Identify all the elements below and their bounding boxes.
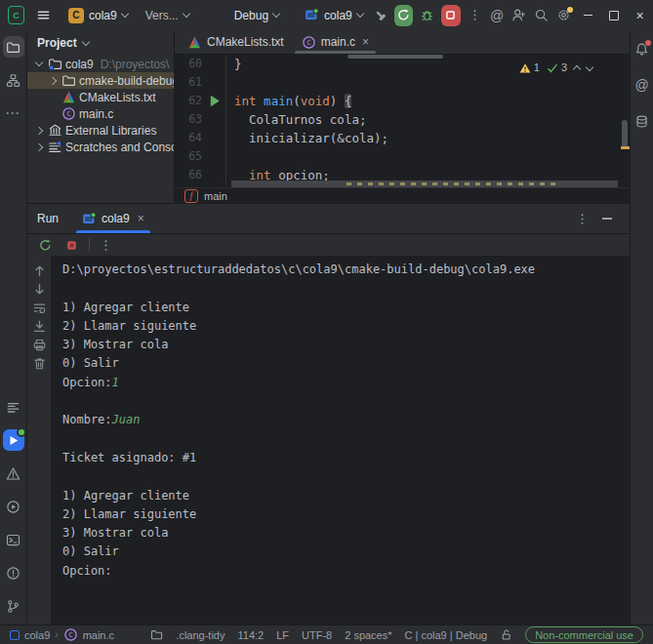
warning-count: 1	[534, 59, 540, 77]
run-tab-cola9[interactable]: cola9 ×	[76, 204, 150, 233]
statusbar-item[interactable]: 2 spaces*	[345, 629, 391, 641]
prev-problem-icon[interactable]	[573, 65, 581, 73]
tree-item-main-c[interactable]: Cmain.c	[27, 105, 174, 122]
tab-main-c[interactable]: C main.c ×	[293, 30, 378, 54]
project-panel-header[interactable]: Project	[27, 30, 174, 56]
run-line-icon[interactable]	[202, 92, 225, 110]
print-button[interactable]	[31, 338, 47, 351]
soft-wrap-button[interactable]	[31, 301, 47, 314]
tree-item-cmake-build-debug[interactable]: cmake-build-debug	[27, 72, 174, 89]
c-file-icon: C	[63, 627, 78, 642]
console-more-button[interactable]	[99, 234, 112, 256]
run-panel-options-button[interactable]	[569, 208, 594, 229]
tree-item-cola9[interactable]: cola9D:\proyectos\estru	[27, 56, 174, 72]
left-tool-window-bar: ···	[0, 30, 27, 624]
tree-item-label: External Libraries	[65, 124, 156, 138]
tab-close-icon[interactable]: ×	[362, 35, 369, 49]
add-user-icon	[511, 8, 526, 22]
rerun-console-button[interactable]	[36, 234, 54, 256]
statusbar-item[interactable]: 114:2	[237, 629, 264, 641]
more-tool-windows-button[interactable]: ···	[3, 102, 24, 124]
code-line-64[interactable]: 64 inicializar(&cola);	[175, 129, 630, 147]
code-text	[225, 73, 234, 92]
hide-panel-button[interactable]	[594, 208, 620, 229]
project-tool-button[interactable]	[3, 36, 24, 58]
folder-icon[interactable]	[150, 628, 163, 641]
todo-tool-button[interactable]	[3, 396, 24, 418]
line-number: 61	[175, 73, 202, 92]
run-tab-close-icon[interactable]: ×	[138, 212, 144, 225]
code-editor[interactable]: 60}6162int main(void) {63 ColaTurnos col…	[175, 55, 630, 187]
problems-circle-tool-button[interactable]	[3, 562, 24, 584]
debug-button[interactable]	[416, 5, 438, 26]
terminal-tool-button[interactable]	[3, 529, 24, 550]
stop-icon	[64, 238, 79, 253]
chevron-right-icon[interactable]	[33, 128, 44, 134]
vcs-widget[interactable]: Vers...	[140, 6, 195, 25]
ai-assistant-tool-button[interactable]: @	[632, 74, 653, 96]
breadcrumb-function[interactable]: main	[204, 190, 227, 202]
more-actions-button[interactable]	[464, 5, 486, 26]
run-toolbar	[27, 234, 630, 256]
console-output[interactable]: D:\proyectos\estructuraddedatos\c\cola9\…	[51, 256, 630, 624]
services-tool-button[interactable]	[3, 496, 24, 517]
settings-button[interactable]	[552, 5, 575, 26]
code-line-63[interactable]: 63 ColaTurnos cola;	[175, 110, 630, 129]
run-config-label: cola9	[324, 9, 352, 22]
statusbar-item[interactable]: C | cola9 | Debug	[405, 629, 488, 641]
statusbar-breadcrumb[interactable]: cola9 › C main.c	[10, 627, 114, 642]
chevron-right-icon[interactable]	[47, 78, 58, 84]
tree-item-scratches-and-consoles[interactable]: Scratches and Consoles	[27, 139, 174, 155]
unlocked-icon[interactable]	[500, 628, 512, 641]
partial-selected-line	[231, 181, 618, 187]
database-tool-button[interactable]	[632, 110, 653, 132]
code-line-62[interactable]: 62int main(void) {	[175, 92, 630, 110]
arrow-down-icon	[32, 282, 47, 297]
structure-tool-button[interactable]	[3, 69, 24, 91]
up-stack-trace-button[interactable]	[31, 263, 47, 277]
statusbar-item[interactable]: UTF-8	[302, 629, 332, 641]
statusbar-item[interactable]: LF	[276, 629, 289, 641]
project-widget[interactable]: C cola9	[62, 5, 134, 26]
scroll-to-end-button[interactable]	[31, 319, 47, 333]
console-line: 0) Salir	[62, 543, 630, 561]
chevron-right-icon[interactable]	[33, 144, 44, 150]
license-badge[interactable]: Non-commercial use	[525, 626, 643, 643]
code-with-me-button[interactable]	[509, 5, 531, 26]
clear-console-button[interactable]	[31, 356, 47, 370]
cmake-icon	[187, 35, 202, 50]
problems-tool-button[interactable]	[3, 463, 24, 484]
run-tool-button[interactable]	[3, 429, 24, 451]
minimize-button[interactable]	[575, 2, 601, 29]
notifications-button[interactable]	[632, 38, 653, 60]
search-everywhere-button[interactable]	[530, 5, 552, 26]
statusbar-item[interactable]: .clang-tidy	[176, 629, 224, 641]
inspections-widget[interactable]: 1 3	[519, 59, 592, 77]
stop-console-button[interactable]	[62, 234, 80, 256]
stop-button[interactable]	[441, 5, 460, 26]
chevron-down-icon[interactable]	[33, 62, 44, 65]
tab-cmakelists[interactable]: CMakeLists.txt	[179, 30, 293, 54]
rerun-button[interactable]	[394, 5, 413, 26]
tree-item-cmakelists-txt[interactable]: CMakeLists.txt	[27, 89, 174, 105]
version-control-tool-button[interactable]	[3, 595, 24, 617]
build-button[interactable]	[369, 5, 391, 26]
console-line	[62, 430, 630, 449]
down-stack-trace-button[interactable]	[31, 282, 47, 296]
editor-scrollbar[interactable]	[622, 120, 628, 149]
ai-assistant-button[interactable]: @	[486, 5, 509, 26]
next-problem-icon[interactable]	[586, 62, 593, 70]
structure-icon	[6, 73, 20, 88]
run-config-selector[interactable]: cola9	[299, 5, 369, 25]
tab-label: main.c	[321, 35, 355, 49]
code-text	[225, 147, 234, 166]
tree-item-external-libraries[interactable]: External Libraries	[27, 122, 174, 139]
warning-stripe-mark[interactable]	[621, 146, 630, 149]
line-number: 62	[175, 92, 202, 110]
main-area: Project cola9D:\proyectos\estrucmake-bui…	[27, 30, 630, 624]
close-button[interactable]: ×	[627, 2, 653, 29]
build-type-selector[interactable]: Debug	[228, 6, 285, 25]
main-menu-button[interactable]	[32, 5, 55, 26]
code-line-65[interactable]: 65	[175, 147, 630, 166]
maximize-button[interactable]	[601, 2, 628, 29]
